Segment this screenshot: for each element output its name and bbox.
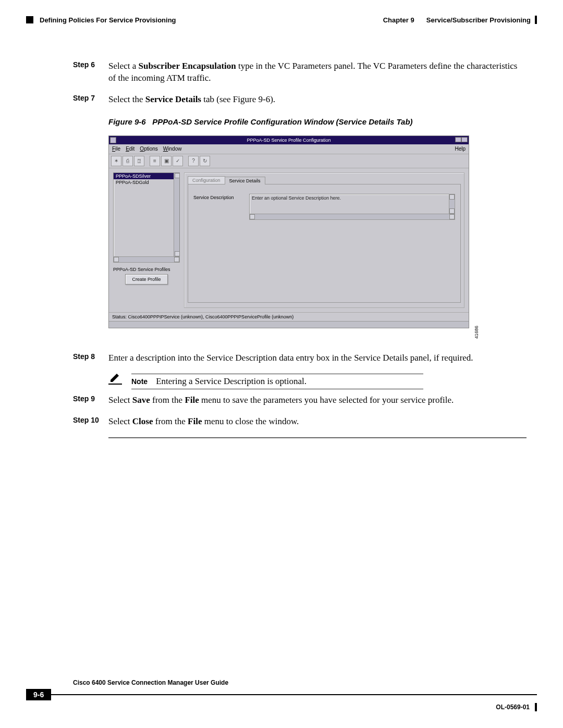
section-end-rule	[108, 437, 527, 438]
section-title: Defining Policies For Service Provisioni…	[40, 16, 176, 24]
window-resize-bar	[109, 321, 469, 328]
step-text: Select Save from the File menu to save t…	[108, 394, 527, 406]
list-item[interactable]: PPPoA-SDGold	[114, 179, 179, 186]
toolbar-print-icon[interactable]: ⎙	[123, 156, 133, 166]
step-6: Step 6 Select a Subscriber Encapsulation…	[73, 60, 527, 84]
note-label: Note	[131, 377, 148, 386]
list-item[interactable]: PPPoA-SDSilver	[114, 173, 179, 179]
toolbar-btn-1[interactable]: ✶	[111, 156, 121, 166]
header-marker-right	[535, 16, 537, 24]
gui-toolbar: ✶ ⎙ ⍰ ≡ ▣ ✓ ? ↻	[109, 154, 469, 168]
figure-id: 41686	[474, 326, 479, 339]
profile-listbox[interactable]: PPPoA-SDSilver PPPoA-SDGold	[113, 172, 180, 257]
window-maximize-icon[interactable]	[461, 137, 468, 142]
page-number: 9-6	[26, 689, 51, 700]
note-pencil-icon	[108, 374, 122, 385]
status-bar: Status: Cisco6400PPPIPService (unknown),…	[109, 312, 469, 321]
menu-file[interactable]: File	[112, 146, 120, 152]
figure-caption: Figure 9-6 PPPoA-SD Service Profile Conf…	[73, 117, 527, 126]
step-10: Step 10 Select Close from the File menu …	[73, 416, 527, 428]
chapter-number: Chapter 9	[383, 16, 414, 24]
toolbar-btn-5[interactable]: ▣	[161, 156, 172, 166]
step-8: Step 8 Enter a description into the Serv…	[73, 352, 527, 364]
page-footer: Cisco 6400 Service Connection Manager Us…	[26, 679, 537, 711]
toolbar-btn-3[interactable]: ⍰	[134, 156, 144, 166]
service-description-label: Service Description	[193, 194, 243, 200]
gui-titlebar: PPPoA-SD Service Profile Configuration	[109, 136, 469, 144]
step-text: Select a Subscriber Encapsulation type i…	[108, 60, 527, 84]
page-header: Defining Policies For Service Provisioni…	[26, 16, 537, 24]
step-text: Select the Service Details tab (see Figu…	[108, 94, 527, 106]
menu-options[interactable]: Options	[140, 146, 157, 152]
service-description-input[interactable]: Enter an optional Service Description he…	[249, 194, 455, 220]
window-minimize-icon[interactable]	[455, 137, 461, 142]
footer-guide-title: Cisco 6400 Service Connection Manager Us…	[26, 679, 537, 688]
step-label: Step 9	[73, 394, 108, 406]
step-7: Step 7 Select the Service Details tab (s…	[73, 94, 527, 106]
note-block: Note Entering a Service Description is o…	[108, 374, 527, 389]
toolbar-check-icon[interactable]: ✓	[173, 156, 183, 166]
menu-edit[interactable]: Edit	[126, 146, 134, 152]
scrollbar-vertical[interactable]	[174, 173, 179, 256]
step-label: Step 8	[73, 352, 108, 364]
window-title: PPPoA-SD Service Profile Configuration	[247, 138, 331, 143]
step-label: Step 10	[73, 416, 108, 428]
toolbar-help-icon[interactable]: ?	[188, 156, 199, 166]
details-panel: Configuration Service Details Service De…	[184, 172, 464, 308]
chapter-title: Service/Subscriber Provisioning	[426, 16, 531, 24]
footer-marker	[535, 703, 537, 711]
step-label: Step 6	[73, 60, 108, 84]
step-9: Step 9 Select Save from the File menu to…	[73, 394, 527, 406]
window-system-menu-icon[interactable]	[110, 137, 116, 143]
profile-list-panel: PPPoA-SDSilver PPPoA-SDGold PPPoA-SD Ser…	[113, 172, 180, 308]
step-label: Step 7	[73, 94, 108, 106]
step-text: Enter a description into the Service Des…	[108, 352, 527, 364]
menu-help[interactable]: Help	[455, 146, 466, 152]
step-text: Select Close from the File menu to close…	[108, 416, 527, 428]
note-text: Entering a Service Description is option…	[156, 376, 307, 387]
doc-id: OL-0569-01	[496, 704, 530, 711]
profile-list-label: PPPoA-SD Service Profiles	[113, 267, 180, 272]
tab-configuration[interactable]: Configuration	[188, 176, 225, 184]
svg-marker-0	[111, 374, 119, 382]
create-profile-button[interactable]: Create Profile	[125, 274, 167, 285]
scrollbar-horizontal[interactable]	[249, 214, 455, 220]
header-marker-left	[26, 16, 33, 23]
scrollbar-horizontal[interactable]	[113, 256, 180, 263]
gui-window: PPPoA-SD Service Profile Configuration F…	[108, 135, 469, 328]
gui-menubar: File Edit Options Window Help	[109, 144, 469, 154]
tab-service-details[interactable]: Service Details	[225, 177, 265, 184]
scrollbar-vertical[interactable]	[449, 194, 455, 214]
menu-window[interactable]: Window	[163, 146, 182, 152]
toolbar-refresh-icon[interactable]: ↻	[200, 156, 210, 166]
toolbar-btn-4[interactable]: ≡	[150, 156, 160, 166]
